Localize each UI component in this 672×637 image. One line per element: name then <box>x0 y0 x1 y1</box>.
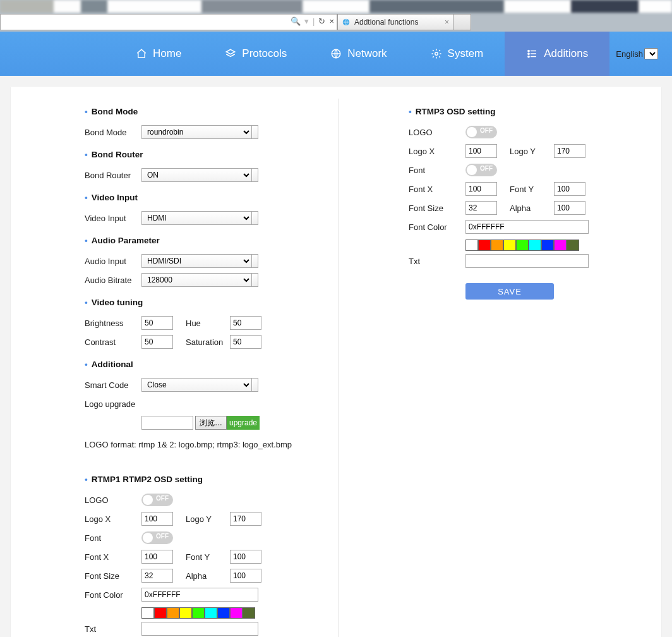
nav-network[interactable]: Network <box>308 32 408 76</box>
audio-bitrate-select[interactable]: 128000 <box>141 273 252 287</box>
new-tab-button[interactable] <box>453 14 471 30</box>
osd3-txt-input[interactable] <box>465 254 589 268</box>
saturation-input[interactable] <box>230 335 261 349</box>
osd1-alpha-input[interactable] <box>230 569 261 583</box>
nav-additions[interactable]: Additions <box>505 32 609 76</box>
nav-home[interactable]: Home <box>114 32 203 76</box>
bond-mode-label: Bond Mode <box>85 128 141 137</box>
osd3-alpha-input[interactable] <box>554 201 585 215</box>
audio-input-select[interactable]: HDMI/SDI <box>141 254 252 268</box>
globe-icon <box>330 48 342 59</box>
color-swatch[interactable] <box>516 240 529 251</box>
osd3-logox-label: Logo X <box>409 147 465 156</box>
color-swatch[interactable] <box>554 240 567 251</box>
osd3-color-swatches <box>465 240 579 251</box>
color-swatch[interactable] <box>529 240 541 251</box>
osd3-fontcolor-label: Font Color <box>409 222 465 232</box>
select-handle[interactable] <box>252 273 258 287</box>
osd1-fontcolor-label: Font Color <box>85 590 141 600</box>
svg-point-2 <box>435 52 438 56</box>
browser-chrome: 🔍 ▾ | ↻ × Addtional functions × <box>0 0 672 32</box>
contrast-input[interactable] <box>141 335 173 349</box>
color-swatch[interactable] <box>491 240 503 251</box>
color-swatch[interactable] <box>230 607 243 619</box>
smartcode-select[interactable]: Close <box>141 378 252 392</box>
hue-label: Hue <box>186 318 230 328</box>
color-swatch[interactable] <box>567 240 579 251</box>
search-icon[interactable]: 🔍 <box>291 16 301 26</box>
color-swatch[interactable] <box>478 240 491 251</box>
osd1-fonty-input[interactable] <box>230 550 261 564</box>
osd1-fontx-input[interactable] <box>141 550 173 564</box>
color-swatch[interactable] <box>243 607 255 619</box>
top-nav: Home Protocols Network System Additions … <box>0 32 672 76</box>
osd1-logo-label: LOGO <box>85 495 141 505</box>
osd3-fontsize-input[interactable] <box>465 201 497 215</box>
bond-mode-select[interactable]: roundrobin <box>141 125 252 139</box>
osd1-font-toggle[interactable]: OFF <box>141 531 173 544</box>
select-handle[interactable] <box>252 168 258 182</box>
osd3-fontcolor-input[interactable] <box>465 220 589 234</box>
osd1-fontsize-input[interactable] <box>141 569 173 583</box>
color-swatch[interactable] <box>217 607 230 619</box>
list-icon <box>526 48 539 59</box>
osd1-logoy-label: Logo Y <box>186 514 230 524</box>
nav-system[interactable]: System <box>409 32 505 76</box>
nav-network-label: Network <box>347 47 387 60</box>
language-selector[interactable]: English <box>616 48 658 59</box>
address-bar[interactable]: 🔍 ▾ | ↻ × <box>0 14 337 30</box>
osd1-logoy-input[interactable] <box>230 512 261 526</box>
bond-router-heading: •Bond Router <box>85 150 339 159</box>
gear-icon <box>430 48 443 59</box>
osd1-fontcolor-input[interactable] <box>141 588 258 602</box>
osd1-font-label: Font <box>85 533 141 543</box>
osd1-logox-input[interactable] <box>141 512 173 526</box>
browser-tab[interactable]: Addtional functions × <box>337 14 453 30</box>
osd3-txt-label: Txt <box>409 257 465 266</box>
audio-param-heading: •Audio Parameter <box>85 236 339 245</box>
osd1-heading: •RTMP1 RTMP2 OSD setting <box>85 475 339 484</box>
color-swatch[interactable] <box>167 607 179 619</box>
osd1-txt-input[interactable] <box>141 622 258 636</box>
color-swatch[interactable] <box>541 240 554 251</box>
bond-router-label: Bond Router <box>85 171 141 180</box>
select-handle[interactable] <box>252 378 258 392</box>
tab-title: Addtional functions <box>354 18 418 27</box>
brightness-input[interactable] <box>141 316 173 330</box>
osd3-font-toggle[interactable]: OFF <box>465 164 497 176</box>
save-button[interactable]: SAVE <box>465 283 554 300</box>
upgrade-button[interactable]: upgrade <box>227 416 260 430</box>
nav-protocols[interactable]: Protocols <box>203 32 308 76</box>
color-swatch[interactable] <box>154 607 167 619</box>
language-dropdown[interactable] <box>644 48 658 59</box>
browse-button[interactable]: 浏览… <box>195 416 227 430</box>
select-handle[interactable] <box>252 125 258 139</box>
osd3-logox-input[interactable] <box>465 144 497 158</box>
osd1-logox-label: Logo X <box>85 514 141 524</box>
osd3-logo-toggle[interactable]: OFF <box>465 126 497 138</box>
color-swatch[interactable] <box>503 240 516 251</box>
osd3-fontx-input[interactable] <box>465 182 497 196</box>
color-swatch[interactable] <box>179 607 192 619</box>
hue-input[interactable] <box>230 316 261 330</box>
audio-input-label: Audio Input <box>85 257 141 266</box>
color-swatch[interactable] <box>141 607 154 619</box>
video-tuning-heading: •Video tuning <box>85 298 339 307</box>
color-swatch[interactable] <box>205 607 217 619</box>
refresh-icon[interactable]: ↻ <box>318 16 325 26</box>
video-input-select[interactable]: HDMI <box>141 211 252 225</box>
osd3-logoy-input[interactable] <box>554 144 585 158</box>
color-swatch[interactable] <box>192 607 205 619</box>
osd1-logo-toggle[interactable]: OFF <box>141 494 173 506</box>
bond-router-select[interactable]: ON <box>141 168 252 182</box>
osd3-fonty-input[interactable] <box>554 182 585 196</box>
logo-format-note: LOGO format: rtmp 1& 2: logo.bmp; rtmp3:… <box>85 440 339 449</box>
stop-icon[interactable]: × <box>329 16 334 26</box>
select-handle[interactable] <box>252 211 258 225</box>
osd3-fontx-label: Font X <box>409 185 465 194</box>
osd1-fonty-label: Font Y <box>186 552 230 562</box>
select-handle[interactable] <box>252 254 258 268</box>
close-icon[interactable]: × <box>445 18 449 27</box>
color-swatch[interactable] <box>465 240 478 251</box>
tab-bar: Addtional functions × <box>337 14 471 30</box>
